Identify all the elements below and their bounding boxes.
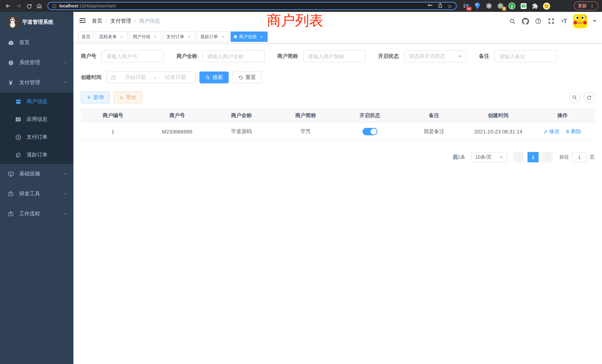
sidebar-item-dev-tools[interactable]: 研发工具 (0, 184, 73, 204)
extension-balloon-icon[interactable] (473, 2, 482, 10)
sidebar-item-refund-order[interactable]: 退款订单 (0, 146, 73, 164)
edit-link[interactable]: 修改 (544, 128, 559, 135)
address-bar[interactable]: localhost:1024/pay/merchant ☆ (47, 2, 457, 10)
refresh-table-button[interactable] (583, 92, 595, 103)
cell-merchant-no: M233666999 (145, 122, 209, 141)
search-button[interactable]: 搜索 (199, 72, 229, 83)
col-remark: 备注 (402, 109, 466, 122)
remark-input[interactable] (494, 50, 557, 62)
page-size-select[interactable]: 10条/页 (471, 152, 507, 162)
sidebar-item-home[interactable]: 首页 (0, 33, 73, 53)
browser-home-icon[interactable] (35, 1, 44, 10)
browser-forward-icon[interactable] (14, 1, 23, 10)
page-1-button[interactable]: 1 (527, 152, 539, 162)
status-toggle[interactable] (362, 128, 377, 135)
sidebar-collapse-icon[interactable] (79, 17, 86, 25)
sidebar-item-infrastructure[interactable]: 基础设施 (0, 164, 73, 184)
sidebar-item-label: 首页 (19, 39, 67, 46)
refresh-icon (586, 95, 592, 100)
user-avatar[interactable] (573, 14, 587, 28)
annotation-merchant-list: 商户列表 (267, 11, 323, 30)
tab-merchant-info[interactable]: 商户信息× (231, 32, 268, 42)
site-info-icon[interactable] (52, 3, 57, 8)
chevron-down-icon (63, 60, 67, 66)
extensions-row: 10 ⌘ 1 y (462, 2, 550, 10)
extension-tabs-icon[interactable]: 10 (462, 2, 470, 10)
header-search-icon[interactable] (508, 17, 516, 25)
breadcrumb-pay[interactable]: 支付管理 (110, 18, 131, 24)
table-row: 1 M233666999 芋道源码 芋艿 我是备注 2021-10-23 08:… (81, 122, 595, 141)
help-icon[interactable] (534, 17, 542, 25)
extension-recorder-icon[interactable]: 1 (496, 2, 505, 10)
goto-label: 前往 (559, 154, 569, 161)
goto-page-input[interactable] (572, 152, 587, 162)
full-name-input[interactable] (202, 50, 265, 62)
sidebar-item-app-info[interactable]: 应用信息 (0, 110, 73, 128)
bookmark-star-icon[interactable]: ☆ (447, 3, 452, 9)
close-icon[interactable]: × (220, 34, 225, 39)
breadcrumb-separator: / (106, 18, 107, 24)
delete-link[interactable]: 删除 (566, 128, 581, 135)
share-icon[interactable] (437, 2, 443, 10)
close-icon[interactable]: × (186, 34, 192, 39)
col-actions: 操作 (530, 109, 595, 122)
prev-page-button[interactable]: ‹ (513, 152, 524, 162)
fullscreen-icon[interactable] (547, 17, 555, 25)
chevron-down-icon (63, 171, 67, 177)
create-time-range-picker[interactable]: 开始日期 - 结束日期 (107, 72, 196, 83)
close-icon[interactable]: × (259, 34, 264, 39)
profile-avatar-emoji[interactable] (542, 2, 550, 10)
export-button[interactable]: 导出 (113, 92, 142, 103)
breadcrumb-home[interactable]: 首页 (92, 18, 102, 24)
merchant-table: 商户编号 商户号 商户全称 商户简称 开启状态 备注 创建时间 操作 1 (81, 109, 595, 141)
sidebar-item-workflow[interactable]: 工作流程 (0, 204, 73, 224)
password-key-icon[interactable] (427, 2, 433, 10)
sidebar-item-merchant-info[interactable]: 商户信息 (0, 93, 73, 110)
chevron-down-icon (500, 156, 503, 158)
browser-menu-dots-icon[interactable]: ⋮ (590, 3, 594, 9)
tab-user-group[interactable]: 用户分组× (129, 32, 161, 42)
tab-pay-order[interactable]: 支付订单× (163, 32, 195, 42)
extension-badge: 1 (502, 7, 506, 11)
next-page-button[interactable]: › (542, 152, 553, 162)
browser-update-button[interactable]: 更新 ⋮ (574, 1, 598, 10)
sidebar-logo[interactable]: 芋道管理系统 (0, 12, 73, 33)
tab-refund-order[interactable]: 退款订单× (197, 32, 229, 42)
extension-command-icon[interactable]: ⌘ (485, 2, 493, 10)
browser-reload-icon[interactable] (24, 1, 33, 10)
extension-chat-icon[interactable] (519, 2, 527, 10)
sidebar-item-pay[interactable]: ¥ 支付管理 (0, 73, 73, 93)
reset-button[interactable]: 重置 (232, 72, 262, 83)
url-text: localhost:1024/pay/merchant (59, 4, 116, 8)
chevron-down-icon (63, 191, 67, 197)
close-icon[interactable]: × (153, 34, 158, 39)
sidebar-item-system[interactable]: 系统管理 (0, 53, 73, 73)
top-navbar: 首页 / 支付管理 / 商户信息 (73, 12, 602, 30)
merchant-no-input[interactable] (102, 50, 164, 62)
github-icon[interactable] (521, 17, 529, 25)
tab-process-form[interactable]: 流程表单× (96, 32, 128, 42)
filter-row-2: 创建时间 开始日期 - 结束日期 搜索 重置 (81, 72, 595, 83)
refresh-icon (238, 75, 243, 80)
col-create-time: 创建时间 (466, 109, 530, 122)
sidebar-item-label: 系统管理 (19, 59, 58, 66)
short-name-label: 商户简称 (277, 53, 303, 60)
tab-home[interactable]: 首页 (78, 32, 94, 42)
extension-y-icon[interactable]: y (508, 2, 516, 10)
close-icon[interactable]: × (119, 34, 124, 39)
short-name-input[interactable] (303, 50, 366, 62)
chevron-down-icon (458, 55, 462, 57)
gear-icon (7, 59, 14, 66)
full-name-label: 商户全称 (176, 53, 202, 60)
font-size-icon[interactable]: TT (560, 17, 568, 25)
extensions-puzzle-icon[interactable] (531, 2, 539, 10)
status-select[interactable]: 请选择开启状态 (404, 50, 466, 62)
sidebar-item-pay-order[interactable]: ¥ 支付订单 (0, 128, 73, 146)
show-search-toggle-button[interactable] (569, 92, 580, 103)
add-button[interactable]: 新增 (81, 92, 110, 103)
browser-back-icon[interactable] (4, 1, 13, 10)
avatar-dropdown-caret[interactable] (593, 20, 596, 22)
pagination: 共1条 10条/页 ‹ 1 › 前往 页 (81, 152, 595, 162)
filter-row-1: 商户号 商户全称 商户简称 开启状态 请选择开启状态 (81, 50, 595, 62)
start-date-placeholder: 开始日期 (119, 74, 151, 81)
